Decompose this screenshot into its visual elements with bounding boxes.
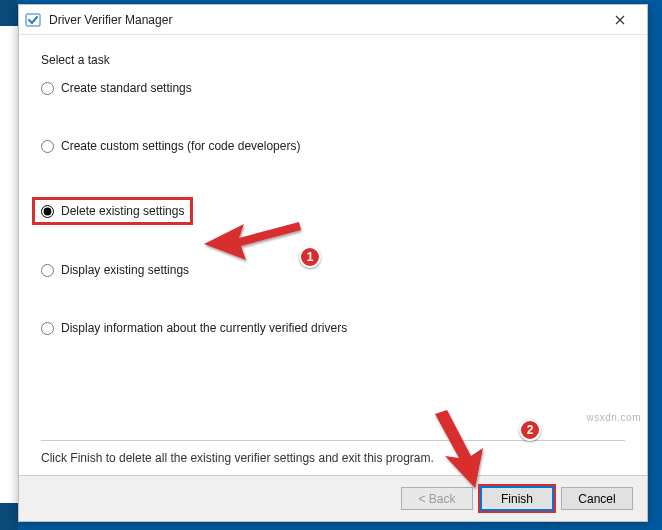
radio-create-custom[interactable] bbox=[41, 140, 54, 153]
close-icon bbox=[615, 15, 625, 25]
desktop-background-strip bbox=[0, 0, 18, 530]
window-title: Driver Verifier Manager bbox=[49, 13, 599, 27]
watermark-text: wsxdn.com bbox=[586, 412, 641, 423]
option-delete-existing[interactable]: Delete existing settings bbox=[32, 197, 193, 225]
option-display-info[interactable]: Display information about the currently … bbox=[41, 321, 625, 335]
radio-label: Display information about the currently … bbox=[61, 321, 347, 335]
radio-label: Create custom settings (for code develop… bbox=[61, 139, 300, 153]
radio-label: Delete existing settings bbox=[61, 204, 184, 218]
close-button[interactable] bbox=[599, 6, 641, 34]
app-icon bbox=[25, 12, 41, 28]
radio-create-standard[interactable] bbox=[41, 82, 54, 95]
instruction-text: Click Finish to delete all the existing … bbox=[41, 441, 625, 465]
radio-label: Display existing settings bbox=[61, 263, 189, 277]
button-bar: < Back Finish Cancel bbox=[19, 475, 647, 521]
option-create-custom[interactable]: Create custom settings (for code develop… bbox=[41, 139, 625, 153]
option-create-standard[interactable]: Create standard settings bbox=[41, 81, 625, 95]
radio-display-existing[interactable] bbox=[41, 264, 54, 277]
driver-verifier-window: Driver Verifier Manager Select a task Cr… bbox=[18, 4, 648, 522]
cancel-button[interactable]: Cancel bbox=[561, 487, 633, 510]
titlebar: Driver Verifier Manager bbox=[19, 5, 647, 35]
back-button: < Back bbox=[401, 487, 473, 510]
finish-button[interactable]: Finish bbox=[481, 487, 553, 510]
content-area: Select a task Create standard settings C… bbox=[19, 35, 647, 475]
radio-label: Create standard settings bbox=[61, 81, 192, 95]
task-label: Select a task bbox=[41, 53, 625, 67]
options-group: Create standard settings Create custom s… bbox=[41, 81, 625, 434]
radio-delete-existing[interactable] bbox=[41, 205, 54, 218]
radio-display-info[interactable] bbox=[41, 322, 54, 335]
option-display-existing[interactable]: Display existing settings bbox=[41, 263, 625, 277]
